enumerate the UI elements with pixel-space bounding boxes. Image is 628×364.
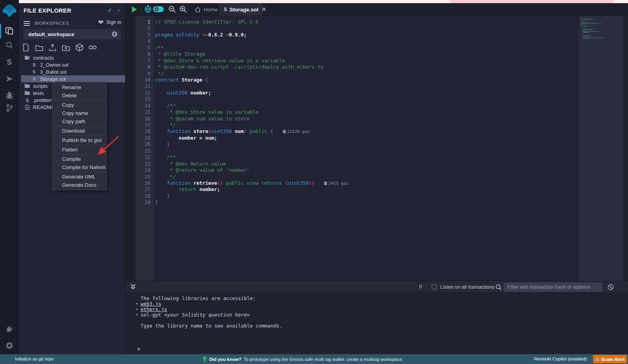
chevron-right-icon[interactable]: › bbox=[118, 7, 119, 13]
did-you-know-tip: Did you know? To prototype using the Gno… bbox=[203, 356, 403, 362]
code-line-4 bbox=[155, 38, 349, 44]
code-line-9: */ bbox=[155, 71, 349, 77]
tree-item-contracts[interactable]: contracts bbox=[19, 54, 125, 61]
workspace-selected-value: default_workspace bbox=[28, 31, 74, 37]
deploy-run-icon[interactable] bbox=[0, 73, 19, 85]
tree-item-label: tests bbox=[33, 90, 44, 96]
menu-item-copy-name[interactable]: Copy name bbox=[53, 109, 106, 117]
copilot-status[interactable]: RemixAI Copilot (enabled) bbox=[534, 357, 587, 361]
tree-item-label: 3_Ballot.sol bbox=[40, 69, 66, 75]
status-bar: Initialize as git repo Did you know? To … bbox=[0, 354, 628, 364]
tip-title: Did you know? bbox=[209, 357, 241, 362]
active-tab-label: Storage.sol bbox=[230, 7, 259, 13]
sign-in-button[interactable]: Sign in bbox=[98, 20, 121, 25]
file-icon bbox=[24, 105, 31, 110]
tree-item-3-ballot-sol[interactable]: S3_Ballot.sol bbox=[19, 68, 125, 75]
menu-item-rename[interactable]: Rename bbox=[53, 83, 106, 91]
menu-item-copy-path[interactable]: Copy path bbox=[53, 117, 106, 126]
code-line-29: } bbox=[155, 199, 349, 206]
settings-gear-icon[interactable] bbox=[0, 340, 19, 351]
tree-item-2-owner-sol[interactable]: S2_Owner.sol bbox=[19, 61, 125, 68]
code-line-12: uint256 number; bbox=[155, 90, 349, 96]
plugin-manager-icon[interactable] bbox=[0, 323, 19, 335]
workspaces-row: WORKSPACES Sign in bbox=[19, 19, 125, 27]
new-file-icon[interactable] bbox=[22, 43, 30, 52]
menu-item-delete[interactable]: Delete bbox=[53, 91, 106, 100]
tip-text: To prototype using the Gnosis safe multi… bbox=[244, 357, 403, 362]
code-line-16: * @param num value to store bbox=[155, 116, 349, 122]
code-line-15: * @dev Store value in variable bbox=[155, 109, 349, 115]
check-icon: ✓ bbox=[108, 7, 113, 14]
code-line-28: } bbox=[155, 193, 349, 199]
file-explorer-toolbar bbox=[22, 43, 97, 52]
code-line-22: /** bbox=[155, 154, 349, 160]
ai-copilot-robot-icon[interactable] bbox=[144, 5, 152, 14]
listen-all-transactions-label: Listen on all transactions bbox=[440, 284, 495, 290]
terminal-prompt[interactable]: > bbox=[137, 346, 141, 352]
menu-item-generate-uml[interactable]: Generate UML bbox=[53, 173, 106, 181]
code-editor[interactable]: 1234567891011121314151617181920212223242… bbox=[126, 16, 628, 281]
menu-item-generate-docs[interactable]: Generate Docs bbox=[53, 181, 106, 189]
minimap[interactable] bbox=[581, 18, 603, 41]
run-script-button[interactable] bbox=[132, 6, 137, 13]
annotation-arrow bbox=[93, 133, 125, 159]
code-line-3: pragma solidity >=0.8.2 <0.9.0; bbox=[155, 32, 349, 38]
tab-storage-sol[interactable]: S Storage.sol ✕ bbox=[220, 3, 262, 16]
search-icon[interactable] bbox=[0, 39, 19, 51]
activity-bar: S bbox=[0, 0, 19, 364]
debugger-icon[interactable] bbox=[0, 89, 19, 101]
terminal-output[interactable]: The following libraries are accessible:•… bbox=[126, 293, 628, 354]
git-init-button[interactable]: Initialize as git repo bbox=[15, 357, 53, 361]
code-line-24: * @return value of 'number' bbox=[155, 167, 349, 173]
solidity-icon: S bbox=[31, 69, 38, 75]
zoom-in-icon[interactable] bbox=[179, 5, 187, 13]
listen-all-transactions-checkbox[interactable] bbox=[432, 284, 437, 289]
code-line-27: return number; bbox=[155, 186, 349, 193]
scam-alert-badge[interactable]: ⚠ Scam Alert bbox=[593, 355, 627, 363]
solidity-icon: S bbox=[31, 62, 38, 67]
code-line-23: * @dev Return value bbox=[155, 161, 349, 167]
ipfs-cube-icon[interactable] bbox=[75, 43, 83, 52]
code-line-19: number = num; bbox=[155, 135, 349, 141]
upload-file-icon[interactable] bbox=[49, 43, 57, 52]
git-icon[interactable] bbox=[0, 102, 19, 114]
solidity-icon: S bbox=[31, 76, 38, 82]
minimap-zone[interactable] bbox=[579, 16, 623, 281]
terminal-link-web3.js[interactable]: web3.js bbox=[141, 301, 161, 307]
expand-terminal-icon[interactable] bbox=[130, 284, 136, 290]
workspaces-label: WORKSPACES bbox=[35, 21, 69, 25]
terminal-link-ethers.js[interactable]: ethers.js bbox=[141, 306, 167, 312]
code-line-8: * @custom:dev-run-script ./scripts/deplo… bbox=[155, 64, 349, 70]
folder-icon bbox=[24, 84, 31, 88]
transaction-filter-input[interactable] bbox=[504, 282, 602, 292]
workspace-stepper-icon[interactable] bbox=[111, 31, 118, 37]
remix-logo-icon[interactable] bbox=[0, 3, 19, 19]
terminal-line: The following libraries are accessible: bbox=[126, 296, 628, 301]
tab-home[interactable]: Home bbox=[189, 3, 219, 16]
hamburger-menu-icon[interactable] bbox=[24, 20, 30, 27]
solidity-compiler-icon[interactable]: S bbox=[0, 56, 19, 68]
menu-separator bbox=[53, 172, 106, 172]
copilot-toggle[interactable] bbox=[153, 6, 164, 12]
github-icon bbox=[98, 20, 104, 25]
code-line-21 bbox=[155, 148, 349, 154]
code-line-2 bbox=[155, 25, 349, 31]
file-explorer-icon[interactable] bbox=[0, 25, 19, 37]
link-icon[interactable] bbox=[89, 43, 97, 52]
zoom-out-icon[interactable] bbox=[168, 5, 176, 13]
terminal-line: •sol-gpt <your Solidity question here> bbox=[126, 312, 628, 318]
menu-item-copy[interactable]: Copy bbox=[53, 101, 106, 109]
code-line-7: * @dev Store & retrieve value in a varia… bbox=[155, 58, 349, 64]
menu-item-compile-for-nahmii[interactable]: Compile for Nahmii bbox=[53, 163, 106, 171]
editor-area: Home S Storage.sol ✕ 1234567891011121314… bbox=[126, 3, 628, 354]
scrollbar-track[interactable] bbox=[623, 16, 628, 281]
workspace-select[interactable]: default_workspace bbox=[24, 29, 121, 39]
new-folder-icon[interactable] bbox=[35, 43, 43, 52]
tree-item-storage-sol[interactable]: SStorage.sol bbox=[21, 75, 125, 82]
clear-console-icon[interactable] bbox=[608, 284, 614, 290]
terminal-search-icon bbox=[495, 284, 502, 291]
close-tab-icon[interactable]: ✕ bbox=[261, 6, 267, 13]
upload-folder-icon[interactable] bbox=[62, 43, 70, 52]
tree-item-label: Storage.sol bbox=[40, 76, 66, 82]
lightbulb-icon bbox=[203, 356, 207, 362]
